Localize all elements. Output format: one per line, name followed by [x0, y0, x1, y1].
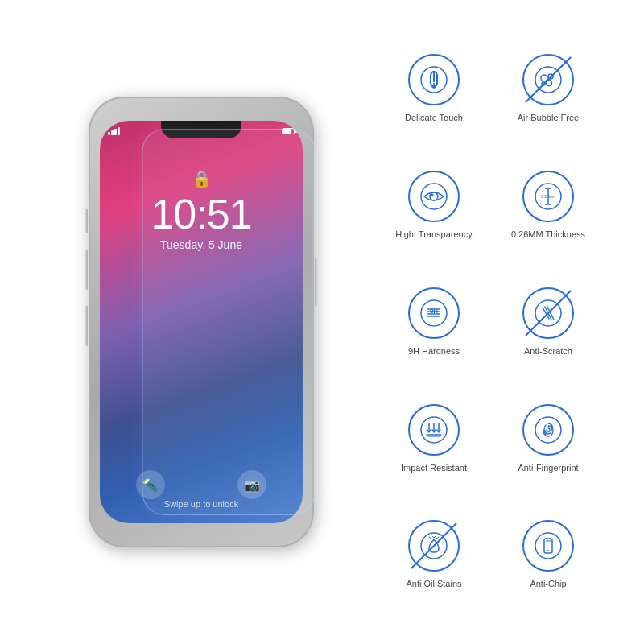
signal-bars: [108, 127, 120, 135]
svg-point-8: [430, 192, 438, 200]
svg-point-3: [541, 75, 547, 81]
anti-chip-icon: [534, 531, 563, 560]
signal-bar-1: [108, 132, 110, 135]
9h-hardness-label: 9H Hardness: [408, 345, 460, 357]
air-bubble-free-icon-wrapper: [522, 54, 574, 105]
svg-text:0.26mm: 0.26mm: [541, 194, 555, 199]
impact-resistant-label: Impact Resistant: [401, 462, 467, 473]
svg-point-37: [535, 533, 561, 559]
power-button: [315, 258, 317, 306]
page-container: 📶 🔒 10:51 Tuesday, 5 June 🔦 📷 Swipe up t: [0, 0, 644, 644]
anti-chip-icon-wrapper: [522, 520, 574, 572]
svg-line-34: [434, 536, 436, 538]
feature-9h-hardness: 9H 9H Hardness: [378, 281, 489, 363]
svg-line-35: [429, 537, 431, 539]
svg-point-2: [535, 67, 561, 93]
anti-fingerprint-label: Anti-Fingerprint: [518, 462, 578, 473]
volume-down-button: [85, 306, 88, 346]
svg-point-9: [431, 194, 434, 196]
anti-scratch-label: Anti-Scratch: [524, 345, 572, 357]
features-section: Delicate Touch Air Bubble Free: [370, 16, 612, 628]
signal-bar-3: [114, 129, 117, 135]
air-bubble-free-icon: [534, 65, 563, 94]
signal-bar-2: [111, 130, 114, 135]
feature-anti-oil: Anti Oil Stains: [378, 514, 489, 596]
feature-impact-resistant: Impact Resistant: [378, 398, 489, 480]
anti-oil-icon-wrapper: [408, 520, 460, 572]
anti-fingerprint-icon-wrapper: [522, 404, 574, 456]
signal-bar-4: [118, 127, 120, 135]
delicate-touch-label: Delicate Touch: [405, 112, 463, 123]
air-bubble-free-label: Air Bubble Free: [518, 112, 579, 123]
feature-thickness: 0.26mm 0.26MM Thickness: [493, 164, 604, 246]
svg-point-4: [548, 74, 553, 79]
feature-delicate-touch: Delicate Touch: [378, 47, 489, 130]
transparency-label: Hight Transparency: [395, 229, 472, 240]
thickness-icon-wrapper: 0.26mm: [522, 171, 574, 222]
9h-hardness-icon: 9H: [419, 299, 448, 328]
feature-anti-chip: Anti-Chip: [493, 514, 604, 596]
anti-scratch-icon: [534, 299, 563, 328]
impact-resistant-icon: [419, 415, 448, 444]
svg-point-5: [547, 80, 552, 86]
svg-point-6: [542, 82, 545, 85]
svg-point-31: [535, 417, 561, 443]
anti-scratch-icon-wrapper: [522, 287, 574, 339]
feature-anti-fingerprint: Anti-Fingerprint: [493, 398, 604, 480]
svg-point-32: [421, 533, 447, 559]
transparency-icon-wrapper: [408, 171, 460, 222]
thickness-label: 0.26MM Thickness: [511, 229, 585, 240]
svg-line-36: [436, 537, 439, 539]
9h-hardness-icon-wrapper: 9H: [408, 287, 460, 339]
svg-point-40: [547, 550, 549, 551]
anti-oil-label: Anti Oil Stains: [406, 578, 461, 589]
svg-text:9H: 9H: [430, 308, 438, 315]
phone-section: 📶 🔒 10:51 Tuesday, 5 June 🔦 📷 Swipe up t: [32, 8, 370, 636]
delicate-touch-icon: [419, 65, 448, 94]
feature-anti-scratch: Anti-Scratch: [493, 281, 604, 363]
volume-up-button: [85, 250, 88, 290]
thickness-icon: 0.26mm: [534, 182, 563, 211]
anti-oil-icon: [419, 531, 448, 560]
mute-button: [85, 209, 88, 233]
glass-protector: [142, 129, 315, 515]
delicate-touch-icon-wrapper: [408, 54, 460, 105]
impact-resistant-icon-wrapper: [408, 404, 460, 456]
anti-chip-label: Anti-Chip: [530, 578, 566, 589]
feature-transparency: Hight Transparency: [378, 164, 489, 246]
feature-air-bubble-free: Air Bubble Free: [493, 47, 604, 130]
anti-fingerprint-icon: [534, 415, 563, 444]
svg-point-21: [535, 300, 561, 326]
transparency-icon: [419, 182, 448, 211]
